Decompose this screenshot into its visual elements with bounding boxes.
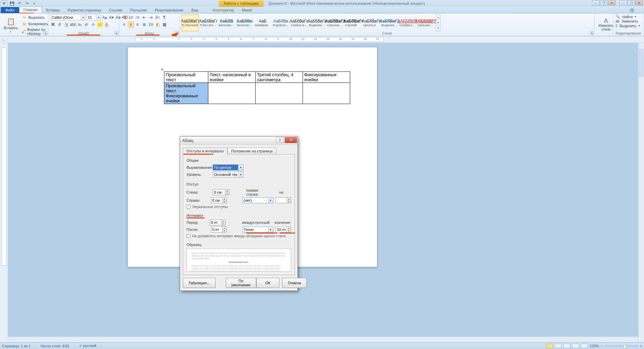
horizontal-ruler[interactable]: ∟ 211234567891011121314151617 bbox=[0, 36, 644, 43]
zoom-value[interactable]: 120% bbox=[590, 344, 599, 348]
style-tile[interactable]: АаБбВЗаголово... bbox=[218, 14, 235, 31]
file-tab[interactable]: Файл bbox=[1, 7, 19, 13]
align-input[interactable] bbox=[213, 165, 238, 170]
table-anchor-icon[interactable]: ✥ bbox=[161, 67, 164, 72]
tab-selector[interactable]: ∟ bbox=[0, 36, 8, 43]
by-input[interactable] bbox=[276, 198, 286, 203]
same-style-checkbox[interactable]: Не добавлять интервал между абзацами одн… bbox=[186, 234, 291, 238]
table-cell[interactable] bbox=[256, 83, 303, 104]
dialog-close-button[interactable]: ✕ bbox=[285, 137, 297, 143]
before-input[interactable] bbox=[210, 220, 221, 225]
table-cell-selected[interactable]: Произвольный текст.Фиксированные ячейки bbox=[164, 83, 208, 104]
minimize-button[interactable]: — bbox=[592, 1, 599, 5]
change-styles-button[interactable]: AИзменить стили bbox=[596, 18, 615, 32]
cancel-button[interactable]: Отмена bbox=[282, 278, 307, 288]
font-name-combo[interactable]: ▾ bbox=[50, 14, 86, 20]
inner-minimize-button[interactable]: — bbox=[620, 1, 627, 5]
borders-icon[interactable]: ▦ bbox=[161, 21, 167, 28]
chevron-down-icon[interactable]: ▼ bbox=[268, 227, 273, 232]
right-input[interactable] bbox=[211, 198, 222, 203]
strikethrough-icon[interactable]: abc bbox=[70, 21, 76, 28]
subscript-icon[interactable]: x₂ bbox=[77, 21, 83, 28]
document-table[interactable]: Произвольный текст Текст, написанный в я… bbox=[164, 71, 350, 104]
status-lang[interactable]: ✔ русский bbox=[79, 344, 102, 348]
bullets-icon[interactable]: •≡ bbox=[121, 14, 127, 20]
zoom-out-icon[interactable]: − bbox=[601, 344, 603, 348]
font-name-input[interactable] bbox=[50, 15, 80, 20]
tab-view[interactable]: Вид bbox=[187, 7, 202, 13]
undo-icon[interactable]: ↶ bbox=[16, 1, 22, 6]
mirror-checkbox[interactable]: Зеркальные отступы bbox=[186, 205, 291, 209]
shrink-font-icon[interactable]: A▾ bbox=[108, 14, 114, 20]
view-reading-icon[interactable] bbox=[555, 344, 561, 348]
style-tile[interactable]: АаБбВвГгЦитата 2 bbox=[363, 14, 380, 31]
sort-icon[interactable]: A↕ bbox=[155, 14, 161, 20]
firstline-combo[interactable]: ▼ bbox=[243, 197, 273, 203]
font-size-combo[interactable]: ▾ bbox=[86, 14, 101, 20]
status-words[interactable]: Число слов: 4/32 bbox=[41, 344, 74, 348]
restore-button[interactable]: ❐ bbox=[600, 1, 607, 5]
table-cell[interactable]: Фиксированные ячейки bbox=[303, 72, 350, 83]
style-tile[interactable]: ААББВВГГСильная с... bbox=[417, 14, 434, 31]
ok-button[interactable]: ОК bbox=[256, 278, 279, 288]
line-spacing-icon[interactable]: ‡≡ bbox=[148, 21, 154, 28]
styles-gallery[interactable]: АаБбВвГг¶ ОбычныйАаБбВвГг¶ Без инте...Аа… bbox=[181, 14, 593, 31]
default-button[interactable]: По умолчанию bbox=[226, 278, 256, 288]
table-cell[interactable]: Текст, написанный в ячейке bbox=[208, 72, 256, 83]
zoom-control[interactable]: 120% − + bbox=[590, 344, 642, 348]
close-button[interactable]: ✕ bbox=[608, 1, 615, 5]
style-tile[interactable]: АаБбВвГгВыделен... bbox=[381, 14, 398, 31]
dialog-tab-indents[interactable]: Отступы и интервалы bbox=[183, 148, 227, 154]
view-outline-icon[interactable] bbox=[572, 344, 579, 348]
table-cell[interactable] bbox=[303, 83, 350, 104]
align-center-icon[interactable]: ≡ bbox=[128, 21, 134, 28]
text-effects-icon[interactable]: A bbox=[90, 21, 96, 28]
font-dialog-launcher[interactable]: ⬊ bbox=[114, 31, 118, 35]
chevron-down-icon[interactable]: ▼ bbox=[238, 172, 243, 177]
italic-icon[interactable]: К bbox=[57, 21, 63, 28]
after-spinner[interactable]: ▲▼ bbox=[211, 227, 227, 233]
tab-design[interactable]: Конструктор bbox=[209, 7, 238, 13]
align-right-icon[interactable]: ≡ bbox=[135, 21, 141, 28]
chevron-down-icon[interactable]: ▼ bbox=[268, 198, 273, 203]
style-tile[interactable]: АаБбВвГг¶ Обычный bbox=[181, 14, 199, 31]
justify-icon[interactable]: ≣ bbox=[141, 21, 147, 28]
left-spinner[interactable]: ▲▼ bbox=[213, 189, 229, 195]
before-spinner[interactable]: ▲▼ bbox=[210, 219, 225, 226]
replace-button[interactable]: abЗаменить bbox=[615, 19, 639, 23]
style-tile[interactable]: АаБбВвГгСтрогий bbox=[344, 14, 362, 31]
status-page[interactable]: Страница: 1 из 1 bbox=[2, 344, 36, 348]
value-spinner[interactable]: ▲▼ bbox=[276, 227, 291, 233]
tab-mailings[interactable]: Рассылки bbox=[126, 7, 151, 13]
numbering-icon[interactable]: 1≡ bbox=[128, 14, 134, 20]
paste-button[interactable]: 📋 Вставить ▾ bbox=[2, 16, 20, 34]
tab-insert[interactable]: Вставка bbox=[42, 7, 64, 13]
view-draft-icon[interactable] bbox=[581, 344, 588, 348]
tab-references[interactable]: Ссылки bbox=[105, 7, 126, 13]
left-input[interactable] bbox=[213, 190, 225, 195]
dialog-tab-page-position[interactable]: Положение на странице bbox=[227, 148, 276, 154]
decrease-indent-icon[interactable]: ⇤ bbox=[141, 14, 147, 20]
vertical-scrollbar[interactable] bbox=[638, 43, 644, 342]
style-tile[interactable]: АаБНазвание bbox=[254, 14, 271, 31]
after-input[interactable] bbox=[211, 227, 222, 232]
font-size-input[interactable] bbox=[87, 15, 96, 20]
horizontal-scrollbar[interactable] bbox=[8, 337, 638, 342]
style-tile[interactable]: АаБбВвГгСильное ... bbox=[326, 14, 344, 31]
bold-icon[interactable]: Ж bbox=[50, 21, 56, 28]
increase-indent-icon[interactable]: ⇥ bbox=[148, 14, 154, 20]
tabs-button[interactable]: Табуляция... bbox=[183, 278, 216, 288]
cut-button[interactable]: ✂Вырезать bbox=[20, 14, 49, 20]
find-button[interactable]: 🔍Найти▾ bbox=[615, 14, 637, 19]
font-color-icon[interactable]: A bbox=[104, 21, 110, 28]
view-print-layout-icon[interactable] bbox=[546, 344, 553, 348]
redo-icon[interactable]: ↷ bbox=[24, 1, 30, 6]
value-input[interactable] bbox=[276, 227, 286, 232]
view-web-icon[interactable] bbox=[564, 344, 570, 348]
style-tile[interactable]: АаБбВвПодзагол... bbox=[272, 14, 289, 31]
right-spinner[interactable]: ▲▼ bbox=[211, 197, 227, 203]
tab-page-layout[interactable]: Разметка страницы bbox=[64, 7, 105, 13]
vertical-ruler[interactable] bbox=[0, 43, 8, 342]
style-tile[interactable]: АаБбВвГгСлабое в... bbox=[290, 14, 308, 31]
tab-home[interactable]: Главная bbox=[19, 6, 42, 13]
